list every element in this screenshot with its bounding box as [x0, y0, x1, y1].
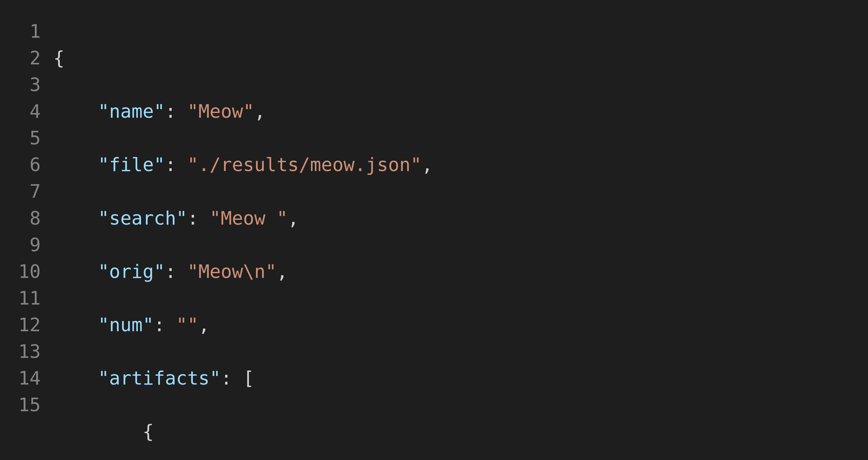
- comma: ,: [198, 314, 210, 335]
- json-string: "./results/meow.json": [187, 154, 422, 175]
- comma: ,: [276, 261, 287, 282]
- indent: [53, 367, 98, 389]
- indent: [53, 207, 98, 229]
- line-number: 15: [9, 392, 41, 418]
- code-line[interactable]: "file": "./results/meow.json",: [53, 152, 823, 178]
- json-key: "num": [98, 314, 154, 335]
- line-number: 1: [9, 18, 41, 45]
- json-string: "Meow": [187, 101, 254, 122]
- code-line[interactable]: "num": "",: [53, 311, 823, 338]
- line-number: 11: [9, 285, 41, 311]
- code-line[interactable]: "artifacts": [: [53, 365, 823, 392]
- brace-open: {: [53, 47, 64, 69]
- json-key: "orig": [98, 261, 165, 282]
- json-key: "file": [98, 154, 165, 175]
- line-number: 6: [9, 152, 41, 178]
- colon: :: [165, 154, 187, 175]
- line-number: 13: [9, 338, 41, 365]
- code-content[interactable]: { "name": "Meow", "file": "./results/meo…: [53, 18, 823, 460]
- code-line[interactable]: {: [53, 418, 823, 445]
- colon: :: [165, 101, 187, 122]
- line-number: 3: [9, 71, 41, 98]
- line-number: 4: [9, 98, 41, 125]
- code-line[interactable]: "search": "Meow ",: [53, 205, 823, 232]
- indent: [53, 421, 143, 442]
- comma: ,: [422, 154, 433, 175]
- indent: [53, 101, 98, 122]
- colon: :: [165, 261, 187, 282]
- line-number: 8: [9, 205, 41, 232]
- colon: :: [221, 367, 243, 389]
- indent: [53, 154, 98, 175]
- line-number: 12: [9, 311, 41, 338]
- line-number: 5: [9, 125, 41, 152]
- json-string: "": [176, 314, 198, 335]
- comma: ,: [254, 101, 266, 122]
- line-number: 9: [9, 232, 41, 258]
- bracket-open: [: [243, 367, 254, 389]
- code-line[interactable]: "name": "Meow",: [53, 98, 823, 125]
- line-number: 14: [9, 365, 41, 392]
- code-line[interactable]: {: [53, 45, 823, 71]
- code-editor[interactable]: 1 2 3 4 5 6 7 8 9 10 11 12 13 14 15 { "n…: [0, 0, 868, 460]
- json-string: "Meow ": [210, 207, 288, 229]
- line-number: 7: [9, 178, 41, 205]
- line-number: 10: [9, 258, 41, 285]
- comma: ,: [288, 207, 299, 229]
- colon: :: [154, 314, 176, 335]
- json-key: "search": [98, 207, 187, 229]
- indent: [53, 314, 98, 335]
- json-key: "artifacts": [98, 367, 221, 389]
- indent: [53, 261, 98, 282]
- colon: :: [187, 207, 210, 229]
- line-number-gutter: 1 2 3 4 5 6 7 8 9 10 11 12 13 14 15: [9, 18, 53, 460]
- json-key: "name": [98, 101, 165, 122]
- code-line[interactable]: "orig": "Meow\n",: [53, 258, 823, 285]
- brace-open: {: [143, 421, 154, 442]
- json-string: "Meow\n": [187, 261, 276, 282]
- line-number: 2: [9, 45, 41, 71]
